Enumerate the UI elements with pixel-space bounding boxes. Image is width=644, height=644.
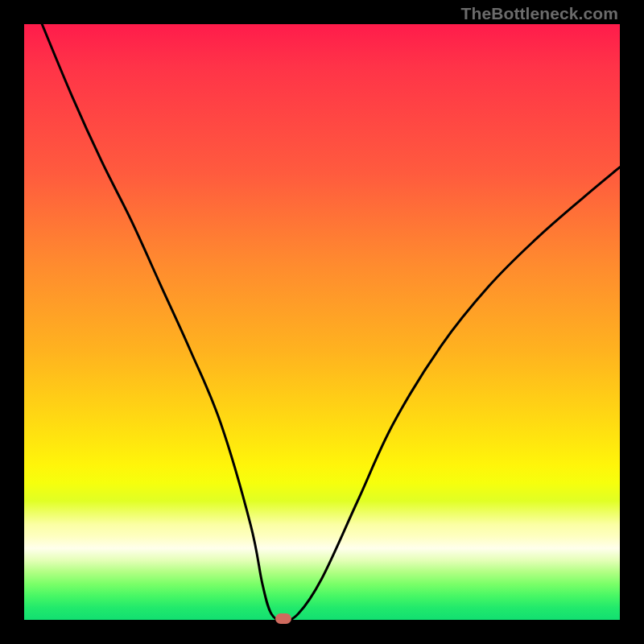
watermark-text: TheBottleneck.com [461,4,618,23]
plot-area [24,24,620,620]
bottleneck-curve [24,24,620,620]
optimal-point-marker [275,613,291,624]
chart-frame: TheBottleneck.com [0,0,644,644]
